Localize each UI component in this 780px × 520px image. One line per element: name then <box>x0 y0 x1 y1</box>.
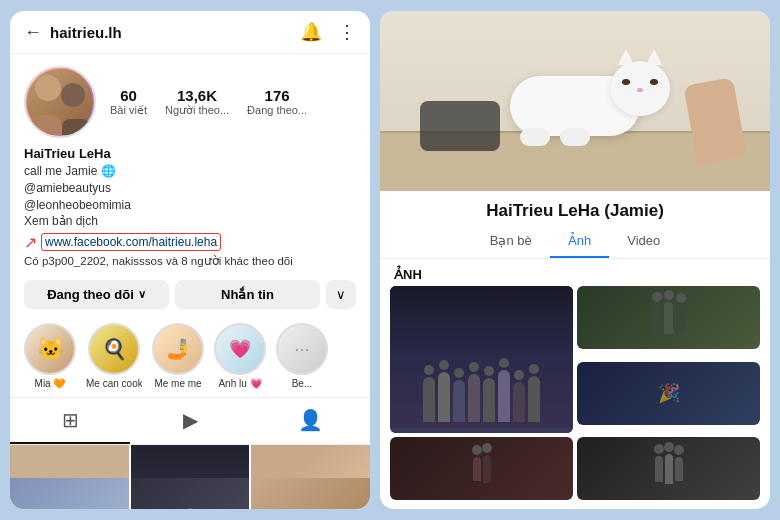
highlight-label-mia: Mia 🧡 <box>35 378 66 389</box>
fb-small-photo-1[interactable] <box>577 286 760 349</box>
ig-highlights: 🐱 Mia 🧡 🍳 Me can cook 🤳 Me me me 💗 <box>10 315 370 397</box>
ig-profile-section: 60 Bài viết 13,6K Người theo... 176 Đang… <box>10 54 370 146</box>
bio-line3: @leonheobeomimia <box>24 197 356 214</box>
ig-header: ← haitrieu.lh 🔔 ⋮ <box>10 11 370 54</box>
tab-videos[interactable]: Video <box>609 225 678 258</box>
tab-photos[interactable]: Ảnh <box>550 225 609 258</box>
fb-small-photo-4[interactable] <box>577 437 760 500</box>
tagged-icon: 👤 <box>298 408 323 432</box>
facebook-panel: HaiTrieu LeHa (Jamie) Bạn bè Ảnh Video Ả… <box>380 11 770 509</box>
highlight-circle-mia: 🐱 <box>24 323 76 375</box>
ig-bio: HaiTrieu LeHa call me Jamie 🌐 @amiebeaut… <box>10 146 370 274</box>
arrow-icon: ↗ <box>24 233 37 252</box>
bio-translate: Xem bản dịch <box>24 213 356 230</box>
fb-profile-name: HaiTrieu LeHa (Jamie) <box>380 191 770 225</box>
message-button[interactable]: Nhắn tin <box>175 280 320 309</box>
highlight-circle-cook: 🍳 <box>88 323 140 375</box>
highlight-label-me: Me me me <box>154 378 201 389</box>
bio-link[interactable]: www.facebook.com/haitrieu.leha <box>41 233 221 251</box>
bio-name: HaiTrieu LeHa <box>24 146 356 161</box>
following-label: Đang theo... <box>247 104 307 116</box>
more-icon[interactable]: ⋮ <box>338 21 356 43</box>
ig-stat-following: 176 Đang theo... <box>247 87 307 117</box>
fb-nav-tabs: Bạn bè Ảnh Video <box>380 225 770 259</box>
highlight-label-be: Be... <box>292 378 313 389</box>
highlight-cook[interactable]: 🍳 Me can cook <box>86 323 142 389</box>
highlight-circle-me: 🤳 <box>152 323 204 375</box>
grid-cell-5[interactable] <box>131 478 250 509</box>
posts-count: 60 <box>120 87 137 104</box>
avatar <box>24 66 96 138</box>
highlight-mia[interactable]: 🐱 Mia 🧡 <box>24 323 76 389</box>
highlight-label-anh: Anh lu 💗 <box>218 378 261 389</box>
reels-icon: ▶ <box>183 408 198 432</box>
avatar-photo <box>27 69 93 135</box>
party-scene <box>390 286 573 433</box>
fb-large-photo[interactable] <box>390 286 573 433</box>
highlight-be[interactable]: ··· Be... <box>276 323 328 389</box>
back-icon[interactable]: ← <box>24 22 42 43</box>
highlight-anh[interactable]: 💗 Anh lu 💗 <box>214 323 266 389</box>
bio-line2: @amiebeautyus <box>24 180 356 197</box>
tab-reels[interactable]: ▶ <box>130 398 250 444</box>
ig-stat-posts: 60 Bài viết <box>110 87 147 117</box>
highlight-circle-anh: 💗 <box>214 323 266 375</box>
highlight-me[interactable]: 🤳 Me me me <box>152 323 204 389</box>
posts-label: Bài viết <box>110 104 147 117</box>
tab-grid[interactable]: ⊞ <box>10 398 130 444</box>
instagram-panel: ← haitrieu.lh 🔔 ⋮ 60 Bài viết <box>10 11 370 509</box>
ig-buttons: Đang theo dõi ∨ Nhắn tin ∨ <box>10 274 370 315</box>
fb-small-photo-2[interactable]: 🎉 <box>577 362 760 425</box>
follow-button[interactable]: Đang theo dõi ∨ <box>24 280 169 309</box>
tab-friends[interactable]: Bạn bè <box>472 225 550 258</box>
highlight-label-cook: Me can cook <box>86 378 142 389</box>
highlight-circle-be: ··· <box>276 323 328 375</box>
fb-small-photo-3[interactable] <box>390 437 573 500</box>
more-options-button[interactable]: ∨ <box>326 280 356 309</box>
following-count: 176 <box>265 87 290 104</box>
bio-followers: Có p3p00_2202, nakisssos và 8 người khác… <box>24 254 356 268</box>
ig-stats: 60 Bài viết 13,6K Người theo... 176 Đang… <box>110 87 307 117</box>
bell-icon[interactable]: 🔔 <box>300 21 322 43</box>
ig-username: haitrieu.lh <box>50 24 284 41</box>
ig-photo-grid: 👩 👤 <box>10 445 370 509</box>
ig-stat-followers: 13,6K Người theo... <box>165 87 229 117</box>
tab-tagged[interactable]: 👤 <box>250 398 370 444</box>
fb-cover-photo <box>380 11 770 191</box>
bio-line1: call me Jamie 🌐 <box>24 163 356 180</box>
grid-cell-6[interactable]: 👤 <box>251 478 370 509</box>
ig-tabs: ⊞ ▶ 👤 <box>10 397 370 445</box>
fb-photo-grid: 🎉 <box>380 286 770 509</box>
follow-chevron-icon: ∨ <box>138 288 146 301</box>
followers-label: Người theo... <box>165 104 229 117</box>
grid-cell-4[interactable] <box>10 478 129 509</box>
fb-section-label: ẢNH <box>380 259 770 286</box>
grid-icon: ⊞ <box>62 408 79 432</box>
followers-count: 13,6K <box>177 87 217 104</box>
